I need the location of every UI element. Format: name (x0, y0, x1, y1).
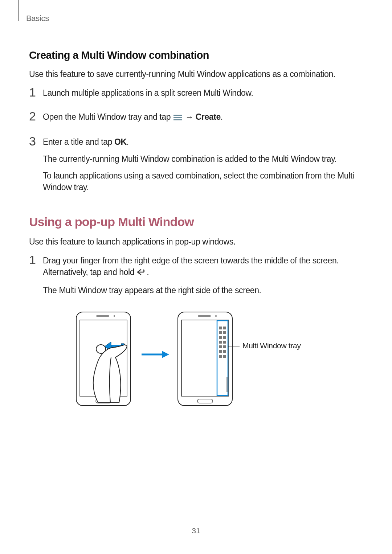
header-rule (18, 0, 19, 21)
svg-rect-24 (223, 341, 226, 344)
step-text: Enter a title and tap OK. (43, 136, 363, 148)
step-body: Drag your finger from the right edge of … (43, 254, 363, 301)
step-text: Open the Multi Window tray and tap → Cre… (43, 111, 363, 124)
step-number: 1 (29, 254, 43, 266)
step-para: The Multi Window tray appears at the rig… (43, 284, 363, 296)
step-text: Launch multiple applications in a split … (43, 87, 363, 99)
heading-popup-multiwindow: Using a pop-up Multi Window (29, 215, 363, 229)
step-para: The currently-running Multi Window combi… (43, 153, 363, 165)
menu-icon (173, 112, 183, 124)
svg-rect-26 (223, 345, 226, 348)
svg-rect-30 (223, 355, 226, 358)
svg-rect-19 (219, 331, 222, 334)
back-icon (136, 267, 147, 279)
step-3: 3 Enter a title and tap OK. The currentl… (29, 135, 363, 198)
create-label: Create (196, 112, 221, 122)
callout-label: Multi Window tray (242, 341, 301, 350)
svg-rect-22 (223, 336, 226, 339)
step-1: 1 Launch multiple applications in a spli… (29, 86, 363, 104)
svg-point-14 (215, 315, 217, 317)
svg-rect-5 (96, 315, 109, 317)
heading-creating-combination: Creating a Multi Window combination (29, 49, 363, 61)
step-text: Drag your finger from the right edge of … (43, 255, 363, 279)
svg-rect-18 (223, 327, 226, 329)
svg-rect-21 (219, 336, 222, 339)
transition-arrow-icon (142, 351, 169, 358)
step-body: Launch multiple applications in a split … (43, 86, 363, 104)
step-body: Open the Multi Window tray and tap → Cre… (43, 110, 363, 129)
svg-rect-13 (198, 315, 211, 317)
intro-paragraph-1: Use this feature to save currently-runni… (29, 69, 363, 80)
svg-rect-17 (219, 327, 222, 329)
step-2: 2 Open the Multi Window tray and tap → C… (29, 110, 363, 129)
svg-rect-20 (223, 331, 226, 334)
section2-step-1: 1 Drag your finger from the right edge o… (29, 254, 363, 301)
svg-point-6 (114, 315, 115, 317)
step-number: 2 (29, 110, 43, 122)
ok-label: OK (114, 137, 127, 147)
step-para: To launch applications using a saved com… (43, 170, 363, 193)
svg-rect-23 (219, 341, 222, 344)
svg-rect-31 (226, 377, 228, 392)
illustration-multiwindow-tray: Multi Window tray (29, 309, 363, 409)
svg-rect-27 (219, 350, 222, 353)
step-number: 3 (29, 135, 43, 147)
step-body: Enter a title and tap OK. The currently-… (43, 135, 363, 198)
svg-rect-28 (223, 350, 226, 353)
svg-rect-29 (219, 355, 222, 358)
step-number: 1 (29, 86, 43, 98)
page-number: 31 (0, 526, 392, 535)
svg-rect-25 (219, 345, 222, 348)
section-header: Basics (26, 14, 363, 23)
page-content: Basics Creating a Multi Window combinati… (0, 0, 392, 409)
intro-paragraph-2: Use this feature to launch applications … (29, 236, 363, 247)
